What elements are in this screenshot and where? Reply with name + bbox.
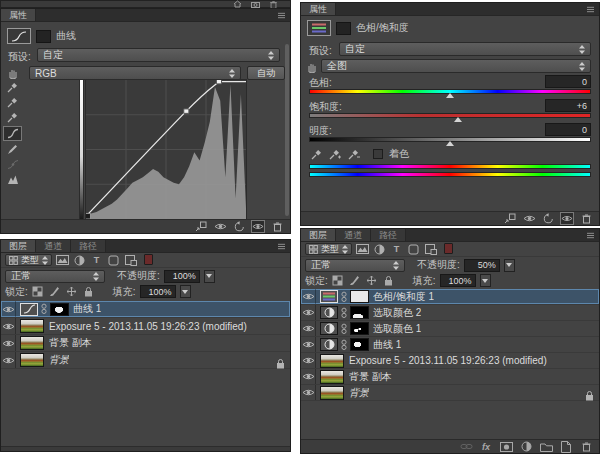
black-point-eyedropper-icon[interactable] xyxy=(3,81,22,94)
tab-layers[interactable]: 图层 xyxy=(1,240,36,252)
layer-row[interactable]: 背景 副本 xyxy=(301,369,599,385)
adjustment-thumbnail[interactable] xyxy=(20,303,38,316)
panel-menu-icon[interactable] xyxy=(586,6,595,13)
filter-kind-select[interactable]: 类型 xyxy=(5,254,52,266)
visibility-eye-icon[interactable] xyxy=(1,352,16,368)
layer-thumbnail[interactable] xyxy=(20,353,44,367)
visibility-eye-icon[interactable] xyxy=(301,305,316,320)
delete-icon[interactable] xyxy=(270,221,284,232)
reset-icon[interactable] xyxy=(541,213,555,224)
panel-menu-icon[interactable] xyxy=(277,12,286,19)
slider-value[interactable]: 0 xyxy=(545,75,591,88)
lock-all-icon[interactable] xyxy=(83,286,95,297)
lock-move-icon[interactable] xyxy=(366,275,378,286)
slider-value[interactable]: 0 xyxy=(545,123,591,136)
fill-value[interactable]: 100% xyxy=(140,285,176,298)
targeted-adjustment-hand-icon[interactable] xyxy=(3,66,22,79)
saturation-slider-track[interactable] xyxy=(309,113,591,118)
auto-button[interactable]: 自动 xyxy=(247,66,285,80)
lock-transparent-icon[interactable] xyxy=(32,286,44,297)
adjustment-thumbnail[interactable] xyxy=(320,306,338,319)
channel-select[interactable]: 全图 xyxy=(321,59,591,73)
delete-icon[interactable] xyxy=(579,213,593,224)
lock-transparent-icon[interactable] xyxy=(332,275,344,286)
layer-name[interactable]: 选取颜色 2 xyxy=(373,306,421,320)
hue-slider-track[interactable] xyxy=(309,89,591,94)
blend-mode-select[interactable]: 正常 xyxy=(5,270,105,283)
visibility-eye-icon[interactable] xyxy=(301,337,316,352)
opacity-dropdown-button[interactable] xyxy=(204,270,215,283)
new-adjustment-icon[interactable] xyxy=(519,441,533,452)
lock-paint-icon[interactable] xyxy=(49,286,61,297)
lock-all-icon[interactable] xyxy=(383,275,395,286)
layer-style-fx-icon[interactable]: fx xyxy=(479,441,493,452)
visibility-eye-icon[interactable] xyxy=(301,369,316,384)
layer-name[interactable]: 选取颜色 1 xyxy=(373,322,421,336)
layer-row[interactable]: 背景 xyxy=(1,352,290,369)
preset-select[interactable]: 自定 xyxy=(37,48,280,62)
blend-mode-select[interactable]: 正常 xyxy=(305,259,405,272)
add-mask-icon[interactable] xyxy=(499,441,513,452)
preset-select[interactable]: 自定 xyxy=(339,42,591,56)
layer-thumbnail[interactable] xyxy=(20,319,44,333)
trash-icon[interactable] xyxy=(269,1,278,8)
previous-state-eye-icon[interactable] xyxy=(213,221,227,232)
white-point-eyedropper-icon[interactable] xyxy=(3,111,22,124)
fill-dropdown-button[interactable] xyxy=(480,274,491,287)
layer-thumbnail[interactable] xyxy=(20,336,44,350)
reset-icon[interactable] xyxy=(232,221,246,232)
mask-thumbnail[interactable] xyxy=(350,338,369,351)
layer-name[interactable]: 背景 xyxy=(349,386,369,400)
layer-name[interactable]: 背景 副本 xyxy=(349,370,392,384)
mask-thumbnail[interactable] xyxy=(50,303,69,316)
delete-layer-icon[interactable] xyxy=(579,441,593,452)
fill-value[interactable]: 100% xyxy=(440,274,476,287)
adjustment-layer-filter-icon[interactable] xyxy=(372,243,387,255)
eyedropper-plus-icon[interactable] xyxy=(328,148,342,161)
adjustment-thumbnail[interactable] xyxy=(320,338,338,351)
layer-name[interactable]: 背景 xyxy=(49,353,69,367)
new-group-icon[interactable] xyxy=(539,441,553,452)
layer-name[interactable]: 色相/饱和度 1 xyxy=(373,290,434,304)
tab-layers[interactable]: 图层 xyxy=(301,229,336,241)
visibility-eye-icon[interactable] xyxy=(1,301,16,317)
eyedropper-icon[interactable] xyxy=(309,148,323,161)
filter-kind-select[interactable]: 类型 xyxy=(305,243,352,255)
link-layers-icon[interactable] xyxy=(459,441,473,452)
layer-thumbnail[interactable] xyxy=(320,386,344,400)
clip-to-layer-icon[interactable] xyxy=(194,221,208,232)
eyedropper-minus-icon[interactable] xyxy=(347,148,361,161)
slider-handle[interactable] xyxy=(446,141,454,146)
curves-graph[interactable] xyxy=(85,79,247,220)
previous-state-eye-icon[interactable] xyxy=(522,213,536,224)
mask-chip-icon[interactable] xyxy=(336,22,351,35)
layer-row[interactable]: 背景 副本 xyxy=(1,335,290,352)
filter-toggle[interactable] xyxy=(144,254,153,265)
house-icon[interactable] xyxy=(233,1,242,8)
tab-properties[interactable]: 属性 xyxy=(1,9,36,21)
camera-icon[interactable] xyxy=(251,1,260,8)
filter-toggle[interactable] xyxy=(444,243,453,254)
adjustment-thumbnail[interactable] xyxy=(320,290,338,303)
layer-name[interactable]: Exposure 5 - 2013.11.05 19:26:23 (modifi… xyxy=(49,321,247,332)
colorize-checkbox[interactable] xyxy=(373,149,383,159)
shape-layer-filter-icon[interactable] xyxy=(106,254,121,266)
opacity-value[interactable]: 50% xyxy=(464,259,500,272)
slider-handle[interactable] xyxy=(446,93,454,98)
layer-row[interactable]: 曲线 1 xyxy=(301,337,599,353)
mask-chip-icon[interactable] xyxy=(36,30,51,43)
pixel-layer-filter-icon[interactable] xyxy=(355,243,370,255)
tab-properties[interactable]: 属性 xyxy=(301,3,336,15)
tab-paths[interactable]: 路径 xyxy=(371,229,406,241)
shape-layer-filter-icon[interactable] xyxy=(406,243,421,255)
type-layer-filter-icon[interactable]: T xyxy=(89,254,104,266)
adjustment-layer-filter-icon[interactable] xyxy=(72,254,87,266)
visibility-eye-icon[interactable] xyxy=(301,385,316,400)
smart-object-filter-icon[interactable] xyxy=(123,254,138,266)
layer-row[interactable]: 曲线 1 xyxy=(1,301,290,318)
edit-points-curve-icon[interactable] xyxy=(3,126,22,141)
visibility-eye-icon[interactable] xyxy=(1,335,16,351)
opacity-dropdown-button[interactable] xyxy=(504,259,515,272)
smart-object-filter-icon[interactable] xyxy=(423,243,438,255)
tab-channels[interactable]: 通道 xyxy=(336,229,371,241)
